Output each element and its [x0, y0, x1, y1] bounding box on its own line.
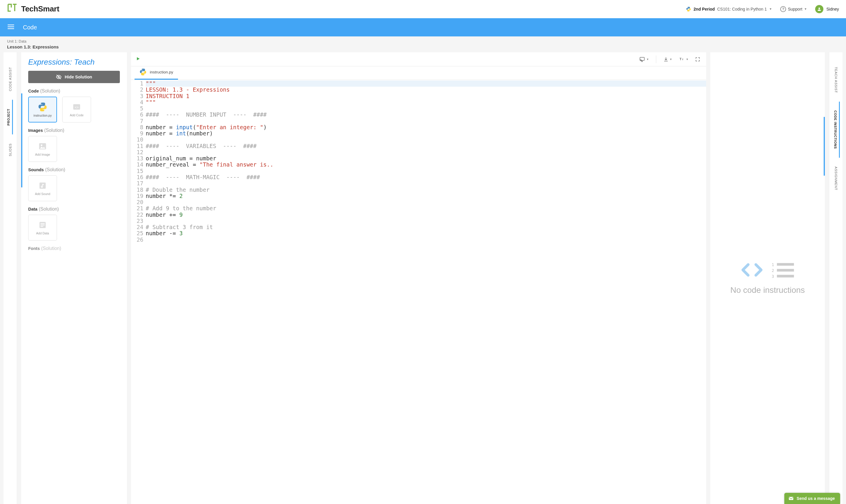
instructions-empty-icon: 1 2 3 — [740, 262, 795, 278]
user-name: Sidney — [826, 7, 839, 12]
rail-code-instructions[interactable]: CODE INSTRUCTIONS — [832, 102, 840, 158]
section-code: Code (Solution) instruction.py <> Add Co… — [28, 88, 120, 123]
code-brackets-icon — [740, 262, 763, 278]
file-tab-instruction[interactable]: instruction.py — [134, 65, 178, 79]
svg-rect-29 — [777, 275, 794, 277]
sound-placeholder-icon — [37, 181, 49, 190]
image-placeholder-icon — [37, 142, 49, 151]
menu-icon[interactable] — [6, 22, 16, 33]
chat-label: Send us a message — [797, 496, 835, 501]
add-image-label: Add Image — [35, 153, 50, 156]
user-menu[interactable]: Sidney — [815, 5, 839, 13]
support-menu[interactable]: ? Support ▼ — [780, 6, 807, 12]
section-images-sub: (Solution) — [44, 128, 64, 133]
rail-assignment[interactable]: ASSIGNMENT — [834, 158, 838, 199]
section-data-label: Data — [28, 207, 37, 212]
svg-rect-19 — [640, 57, 645, 60]
active-marker — [21, 93, 22, 187]
rail-project[interactable]: PROJECT — [7, 100, 13, 134]
left-rail: CODE ASSIST PROJECT SLIDES — [3, 52, 17, 504]
svg-text:T: T — [682, 58, 684, 61]
add-code-label: Add Code — [70, 113, 84, 117]
chevron-down-icon: ▼ — [804, 7, 807, 11]
svg-rect-25 — [777, 263, 794, 266]
instructions-pane: 1 2 3 No code instructions — [710, 52, 825, 504]
section-fonts-sub: (Solution) — [41, 246, 61, 251]
svg-point-22 — [142, 69, 142, 70]
svg-text:<>: <> — [75, 105, 79, 109]
project-title: Expressions: Teach — [28, 58, 120, 67]
svg-text:2: 2 — [772, 268, 774, 273]
svg-point-13 — [41, 144, 42, 146]
breadcrumb-lesson: Lesson 1.3: Expressions — [7, 44, 839, 49]
cast-icon[interactable]: ▼ — [638, 55, 650, 63]
section-fonts: Fonts (Solution) — [28, 246, 120, 251]
code-placeholder-icon: <> — [71, 102, 83, 112]
section-code-sub: (Solution) — [40, 88, 60, 93]
section-title: Code — [23, 24, 37, 31]
svg-point-23 — [144, 74, 145, 75]
rail-teach-assist[interactable]: TEACH ASSIST — [834, 58, 838, 102]
svg-rect-3 — [7, 25, 14, 25]
section-code-label: Code — [28, 89, 39, 93]
section-data: Data (Solution) Add Data — [28, 206, 120, 240]
rail-slides[interactable]: SLIDES — [8, 134, 12, 165]
file-card-label: instruction.py — [34, 114, 52, 117]
file-tab-row: instruction.py — [131, 66, 706, 80]
code-editor[interactable]: 1234567891011121314151617181920212223242… — [131, 80, 706, 504]
add-sound-label: Add Sound — [35, 192, 50, 196]
class-selector[interactable]: 2nd Period CS101: Coding in Python 1 ▼ — [686, 6, 772, 12]
chat-button[interactable]: Send us a message — [784, 493, 840, 504]
avatar-icon — [815, 5, 823, 13]
line-gutter: 1234567891011121314151617181920212223242… — [131, 80, 146, 243]
help-icon: ? — [780, 6, 786, 12]
top-header: TechSmart 2nd Period CS101: Coding in Py… — [0, 0, 846, 18]
add-sound-card[interactable]: Add Sound — [28, 175, 57, 201]
svg-text:1: 1 — [772, 263, 774, 267]
section-fonts-label: Fonts — [28, 246, 40, 251]
right-rail: TEACH ASSIST CODE INSTRUCTIONS ASSIGNMEN… — [829, 52, 843, 504]
run-button[interactable] — [136, 56, 140, 62]
support-label: Support — [788, 7, 802, 12]
hide-solution-label: Hide Solution — [65, 75, 92, 79]
breadcrumb-unit: Unit 1: Data — [7, 39, 839, 43]
svg-rect-30 — [789, 497, 793, 500]
svg-text:3: 3 — [772, 274, 774, 278]
instructions-empty-text: No code instructions — [730, 286, 805, 295]
file-card-instruction[interactable]: instruction.py — [28, 97, 57, 123]
svg-rect-4 — [7, 26, 14, 27]
svg-point-0 — [688, 7, 688, 7]
fullscreen-icon[interactable] — [694, 55, 701, 63]
brand-logo[interactable]: TechSmart — [7, 3, 59, 15]
add-image-card[interactable]: Add Image — [28, 136, 57, 162]
section-images: Images (Solution) Add Image — [28, 128, 120, 162]
python-icon — [38, 102, 48, 112]
svg-point-9 — [44, 110, 44, 110]
text-size-icon[interactable]: TT▼ — [678, 55, 690, 63]
active-marker — [824, 117, 825, 176]
svg-rect-18 — [40, 226, 43, 227]
breadcrumb: Unit 1: Data Lesson 1.3: Expressions — [0, 36, 846, 49]
editor-area: ▼ ▼ TT▼ instruction.py 12345678910111213… — [131, 52, 706, 504]
course-label: CS101: Coding in Python 1 — [717, 7, 767, 12]
project-panel: Expressions: Teach Hide Solution Code (S… — [21, 52, 127, 504]
brand-name: TechSmart — [21, 4, 59, 14]
svg-point-8 — [41, 103, 41, 104]
chevron-down-icon: ▼ — [769, 7, 772, 11]
svg-rect-5 — [7, 29, 14, 29]
svg-rect-16 — [40, 223, 44, 224]
section-data-sub: (Solution) — [39, 206, 59, 212]
rail-code-assist[interactable]: CODE ASSIST — [8, 58, 12, 100]
python-icon — [139, 68, 147, 76]
main-area: CODE ASSIST PROJECT SLIDES Expressions: … — [0, 52, 846, 504]
editor-toolbar: ▼ ▼ TT▼ — [131, 52, 706, 66]
add-code-card[interactable]: <> Add Code — [62, 97, 91, 123]
hide-solution-button[interactable]: Hide Solution — [28, 71, 120, 83]
code-lines[interactable]: """LESSON: 1.3 - ExpressionsINSTRUCTION … — [146, 80, 706, 243]
list-icon: 1 2 3 — [772, 262, 795, 278]
top-right-cluster: 2nd Period CS101: Coding in Python 1 ▼ ?… — [686, 5, 839, 13]
eye-off-icon — [56, 74, 62, 80]
svg-rect-27 — [777, 269, 794, 272]
download-icon[interactable]: ▼ — [662, 55, 673, 63]
add-data-card[interactable]: Add Data — [28, 215, 57, 240]
